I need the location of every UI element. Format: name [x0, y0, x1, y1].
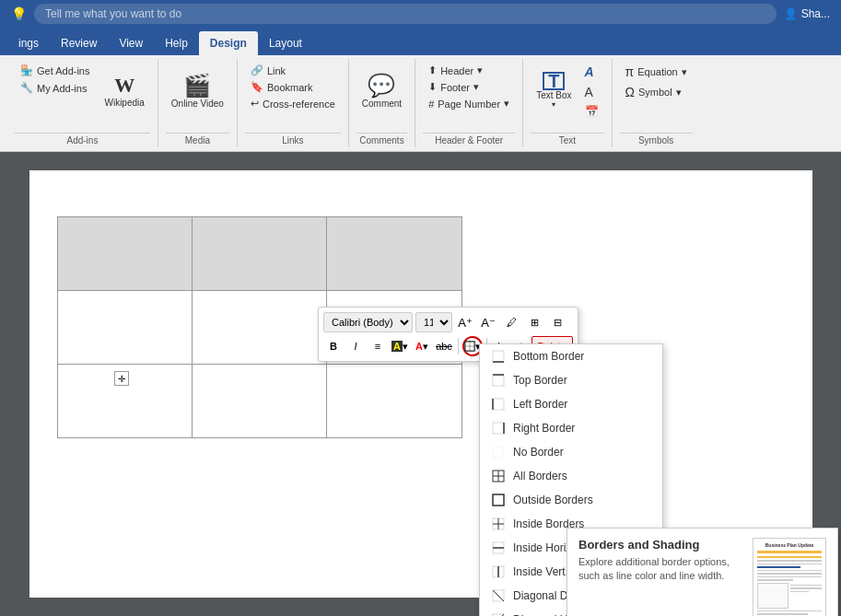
- outside-borders-icon: [491, 493, 506, 507]
- no-border-icon: [491, 445, 506, 459]
- store-icon: 🏪: [20, 64, 33, 76]
- wiki-label: Wikipedia: [104, 98, 144, 108]
- wordart-button[interactable]: A: [579, 63, 604, 81]
- ribbon-tabs: ings Review View Help Design Layout: [0, 28, 841, 55]
- datetime-icon: 📅: [585, 105, 599, 118]
- dropcap-button[interactable]: A: [579, 83, 604, 101]
- table-cell[interactable]: [57, 291, 192, 365]
- strikethrough-button[interactable]: abc: [434, 336, 454, 356]
- tab-view[interactable]: View: [108, 31, 154, 55]
- symbol-button[interactable]: Ω Symbol ▾: [620, 83, 687, 101]
- font-shrink-button[interactable]: A⁻: [478, 312, 498, 332]
- link-icon: 🔗: [251, 64, 263, 76]
- table-move-handle[interactable]: ✛: [114, 371, 129, 386]
- header-button[interactable]: ⬆ Header ▾: [423, 63, 488, 78]
- hf-group-label: Header & Footer: [423, 133, 515, 147]
- clear-format-button[interactable]: 🖊: [501, 312, 521, 332]
- table-cell[interactable]: [327, 217, 461, 291]
- toolbar-divider: [458, 338, 459, 354]
- tell-bar: 💡 👤 Sha...: [0, 0, 841, 28]
- get-addins-label: Get Add-ins: [37, 65, 89, 76]
- tooltip-content: Borders and Shading Explore additional b…: [578, 538, 743, 616]
- borders-shading-tooltip: Borders and Shading Explore additional b…: [567, 528, 838, 616]
- all-borders-icon: [491, 469, 506, 483]
- wikipedia-button[interactable]: W Wikipedia: [99, 63, 149, 118]
- svg-rect-7: [493, 399, 504, 410]
- table-grid-button[interactable]: ⊟: [547, 312, 567, 332]
- link-button[interactable]: 🔗 Link: [245, 63, 291, 78]
- svg-rect-9: [493, 423, 504, 434]
- user-icon: 👤: [784, 7, 798, 20]
- bookmark-button[interactable]: 🔖 Bookmark: [245, 79, 319, 95]
- datetime-button[interactable]: 📅: [579, 103, 604, 120]
- menu-item-all-borders[interactable]: All Borders: [480, 464, 662, 488]
- italic-button[interactable]: I: [345, 336, 366, 356]
- top-border-icon: [491, 373, 506, 388]
- diag-up-icon: [491, 612, 506, 616]
- online-video-button[interactable]: 🎬 Online Video: [166, 63, 229, 118]
- insert-table-button[interactable]: ⊞: [524, 312, 544, 332]
- cross-reference-button[interactable]: ↩ Cross-reference: [245, 96, 341, 111]
- dropcap-icon: A: [585, 85, 593, 99]
- tab-layout[interactable]: Layout: [258, 31, 313, 55]
- highlight-button[interactable]: A▾: [390, 336, 410, 356]
- pi-icon: π: [625, 64, 635, 79]
- menu-item-outside-borders[interactable]: Outside Borders: [480, 488, 662, 512]
- fontcolor-button[interactable]: A▾: [412, 336, 432, 356]
- my-addins-button[interactable]: 🔧 My Add-ins: [15, 80, 95, 96]
- wordart-icon: A: [585, 64, 594, 79]
- bold-button[interactable]: B: [323, 336, 344, 356]
- tab-help[interactable]: Help: [154, 31, 199, 55]
- toolbar-row1: Calibri (Body) 11 A⁺ A⁻ 🖊 ⊞ ⊟: [321, 310, 575, 334]
- table-cell[interactable]: [192, 365, 326, 438]
- table-cell[interactable]: [192, 291, 326, 365]
- table-cell[interactable]: [57, 217, 192, 291]
- menu-item-right-border[interactable]: Right Border: [480, 416, 662, 440]
- ribbon: ings Review View Help Design Layout 🏪 Ge…: [0, 28, 841, 152]
- font-grow-button[interactable]: A⁺: [455, 312, 475, 332]
- svg-rect-3: [493, 351, 504, 362]
- menu-item-left-border[interactable]: Left Border: [480, 392, 662, 416]
- page-number-button[interactable]: # Page Number ▾: [423, 96, 515, 111]
- inside-vert-icon: [491, 564, 506, 579]
- menu-item-no-border[interactable]: No Border: [480, 440, 662, 464]
- omega-icon: Ω: [625, 85, 635, 99]
- tab-ings[interactable]: ings: [7, 31, 50, 55]
- right-border-label: Right Border: [513, 422, 575, 435]
- tell-input[interactable]: [34, 4, 777, 24]
- main-area: ✛ Calibri (Body): [0, 152, 841, 616]
- addins-group-label: Add-ins: [15, 133, 150, 147]
- table-cell[interactable]: [327, 365, 461, 438]
- link-label: Link: [267, 65, 286, 76]
- right-border-icon: [491, 421, 506, 436]
- header-arrow: ▾: [477, 64, 483, 76]
- tab-design[interactable]: Design: [199, 31, 258, 55]
- my-addins-label: My Add-ins: [37, 83, 87, 94]
- text-box-button[interactable]: T Text Box ▾: [531, 63, 577, 118]
- comment-label: Comment: [362, 99, 402, 109]
- inside-vert-label: Inside Vert...: [513, 565, 575, 578]
- bottom-border-label: Bottom Border: [513, 350, 584, 363]
- menu-item-bottom-border[interactable]: Bottom Border: [480, 344, 662, 368]
- svg-line-24: [493, 590, 504, 601]
- align-button[interactable]: ≡: [368, 336, 388, 356]
- svg-rect-5: [493, 375, 504, 386]
- user-name: Sha...: [801, 7, 830, 20]
- comment-button[interactable]: 💬 Comment: [356, 63, 407, 118]
- equation-label: Equation: [637, 66, 677, 77]
- font-name-select[interactable]: Calibri (Body): [323, 312, 413, 332]
- svg-rect-11: [493, 447, 504, 458]
- font-size-select[interactable]: 11: [415, 312, 452, 332]
- wiki-icon: W: [114, 74, 134, 98]
- ribbon-group-hf: ⬆ Header ▾ ⬇ Footer ▾ # Page Number ▾ He…: [415, 59, 523, 147]
- menu-item-top-border[interactable]: Top Border: [480, 368, 662, 392]
- equation-button[interactable]: π Equation ▾: [620, 63, 693, 81]
- tooltip-preview: Business Plan Update: [753, 538, 826, 616]
- highlight-icon: A: [391, 341, 403, 352]
- user-area: 👤 Sha...: [784, 7, 830, 20]
- get-addins-button[interactable]: 🏪 Get Add-ins: [15, 63, 95, 78]
- tab-review[interactable]: Review: [50, 31, 108, 55]
- doc-preview: Business Plan Update: [753, 542, 825, 616]
- footer-button[interactable]: ⬇ Footer ▾: [423, 79, 485, 95]
- table-cell[interactable]: [192, 217, 326, 291]
